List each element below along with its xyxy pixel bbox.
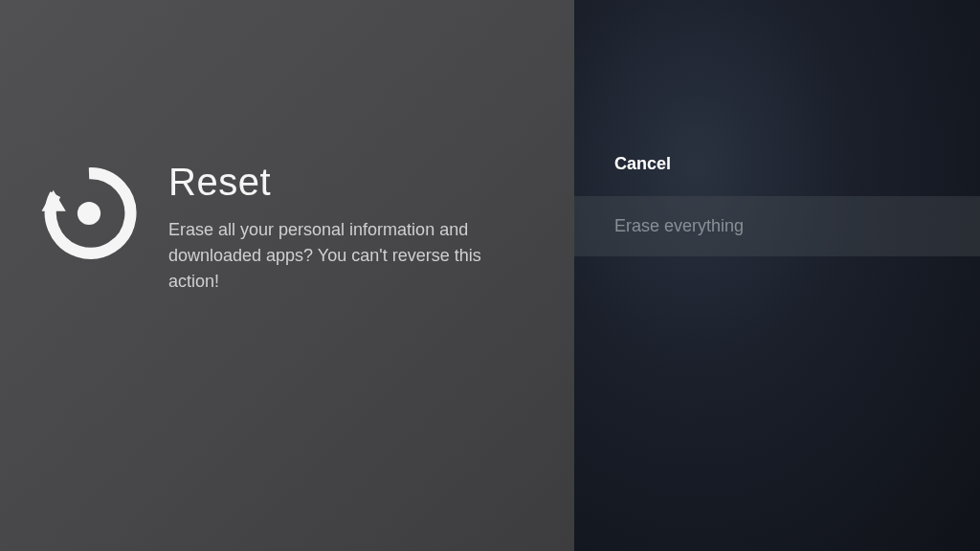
page-description: Erase all your personal information and …	[168, 217, 513, 295]
reset-icon	[36, 161, 142, 266]
svg-marker-0	[42, 190, 66, 211]
svg-point-1	[78, 202, 100, 225]
page-title: Reset	[168, 161, 513, 204]
cancel-button[interactable]: Cancel	[574, 134, 980, 194]
options-panel: Cancel Erase everything	[574, 0, 980, 551]
info-panel: Reset Erase all your personal informatio…	[0, 0, 574, 551]
erase-everything-button[interactable]: Erase everything	[574, 196, 980, 256]
reset-text-block: Reset Erase all your personal informatio…	[168, 161, 513, 295]
reset-content: Reset Erase all your personal informatio…	[36, 161, 513, 295]
